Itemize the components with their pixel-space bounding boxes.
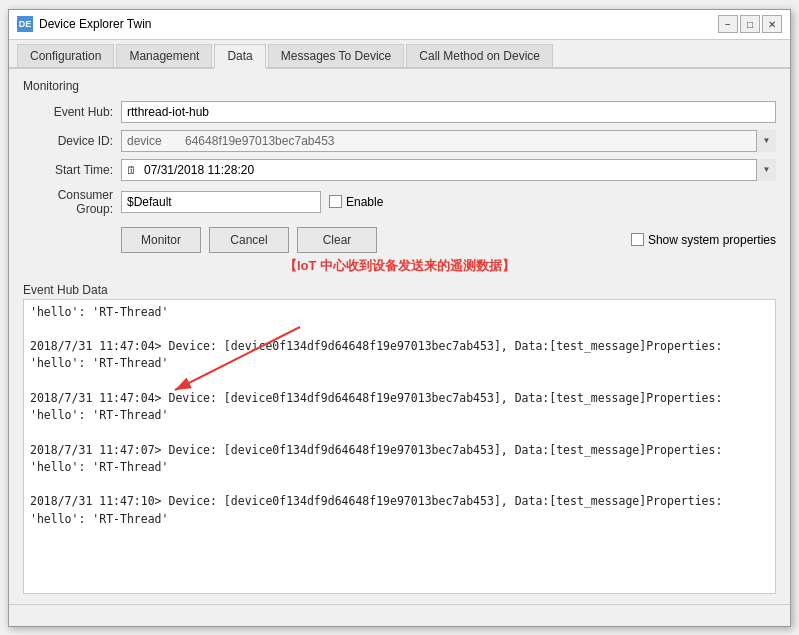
device-id-input[interactable] — [121, 130, 776, 152]
device-id-dropdown-arrow[interactable]: ▼ — [756, 130, 776, 152]
title-bar: DE Device Explorer Twin − □ ✕ — [9, 10, 790, 40]
minimize-button[interactable]: − — [718, 15, 738, 33]
app-icon: DE — [17, 16, 33, 32]
title-bar-left: DE Device Explorer Twin — [17, 16, 152, 32]
tab-bar: Configuration Management Data Messages T… — [9, 40, 790, 69]
iot-annotation: 【IoT 中心收到设备发送来的遥测数据】 — [23, 257, 776, 275]
start-time-dropdown-btn[interactable]: ▼ — [756, 159, 776, 181]
start-time-input[interactable] — [121, 159, 776, 181]
event-line-5: 2018/7/31 11:47:07> Device: [device0f134… — [30, 442, 769, 459]
start-time-group: Start Time: 🗓 ▼ — [23, 159, 776, 181]
event-hub-label: Event Hub: — [23, 105, 113, 119]
title-controls: − □ ✕ — [718, 15, 782, 33]
event-line-6: 'hello': 'RT-Thread' — [30, 459, 769, 476]
consumer-group-input[interactable] — [121, 191, 321, 213]
event-line-7: 2018/7/31 11:47:10> Device: [device0f134… — [30, 493, 769, 510]
consumer-group-row: Consumer Group: Enable — [23, 188, 776, 216]
event-line-8: 'hello': 'RT-Thread' — [30, 511, 769, 528]
event-line-0: 'hello': 'RT-Thread' — [30, 304, 769, 321]
cancel-button[interactable]: Cancel — [209, 227, 289, 253]
calendar-icon: 🗓 — [126, 164, 137, 176]
action-buttons-row: Monitor Cancel Clear Show system propert… — [121, 227, 776, 253]
status-bar — [9, 604, 790, 626]
show-props-label: Show system properties — [648, 233, 776, 247]
start-time-wrapper: 🗓 ▼ — [121, 159, 776, 181]
enable-wrapper: Enable — [329, 195, 383, 209]
event-hub-data-section: 'hello': 'RT-Thread' 2018/7/31 11:47:04>… — [23, 299, 776, 594]
clear-button[interactable]: Clear — [297, 227, 377, 253]
enable-label: Enable — [346, 195, 383, 209]
main-content: Monitoring Event Hub: Device ID: ▼ Start… — [9, 69, 790, 604]
tab-configuration[interactable]: Configuration — [17, 44, 114, 67]
close-button[interactable]: ✕ — [762, 15, 782, 33]
event-hub-group: Event Hub: — [23, 101, 776, 123]
monitor-button[interactable]: Monitor — [121, 227, 201, 253]
tab-management[interactable]: Management — [116, 44, 212, 67]
tab-messages-to-device[interactable]: Messages To Device — [268, 44, 405, 67]
event-line-3: 2018/7/31 11:47:04> Device: [device0f134… — [30, 390, 769, 407]
show-props-checkbox[interactable] — [631, 233, 644, 246]
enable-checkbox[interactable] — [329, 195, 342, 208]
event-line-2: 'hello': 'RT-Thread' — [30, 355, 769, 372]
tab-call-method-on-device[interactable]: Call Method on Device — [406, 44, 553, 67]
maximize-button[interactable]: □ — [740, 15, 760, 33]
event-hub-data-content[interactable]: 'hello': 'RT-Thread' 2018/7/31 11:47:04>… — [24, 300, 775, 593]
show-props-wrapper: Show system properties — [631, 233, 776, 247]
device-id-label: Device ID: — [23, 134, 113, 148]
start-time-label: Start Time: — [23, 163, 113, 177]
tab-data[interactable]: Data — [214, 44, 265, 69]
consumer-group-label: Consumer Group: — [23, 188, 113, 216]
event-line-4: 'hello': 'RT-Thread' — [30, 407, 769, 424]
event-line-1: 2018/7/31 11:47:04> Device: [device0f134… — [30, 338, 769, 355]
main-window: DE Device Explorer Twin − □ ✕ Configurat… — [8, 9, 791, 627]
event-hub-input[interactable] — [121, 101, 776, 123]
device-id-group: Device ID: ▼ — [23, 130, 776, 152]
device-id-dropdown-wrapper: ▼ — [121, 130, 776, 152]
window-title: Device Explorer Twin — [39, 17, 152, 31]
monitoring-label: Monitoring — [23, 79, 776, 93]
monitoring-section: Monitoring Event Hub: Device ID: ▼ Start… — [23, 79, 776, 223]
event-hub-data-title: Event Hub Data — [23, 283, 776, 297]
